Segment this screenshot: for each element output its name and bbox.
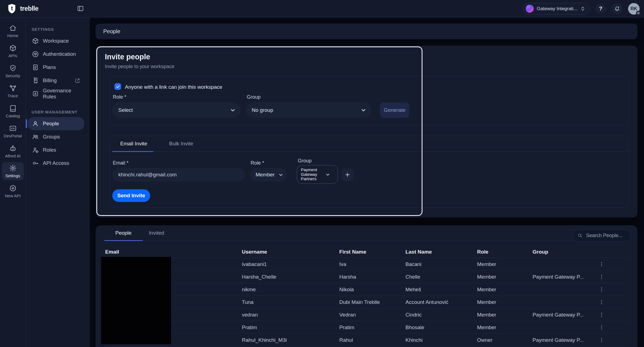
cell-username: Pratim <box>242 324 339 331</box>
cell-last-name: Chelle <box>405 274 477 280</box>
payment-group-select[interactable]: Payment Gateway Partners <box>297 165 338 184</box>
user-avatar[interactable]: RK <box>628 3 640 15</box>
tab-people[interactable]: People <box>115 230 131 236</box>
nav-item-billing[interactable]: Billing <box>28 74 84 87</box>
person-gear-icon <box>32 146 39 154</box>
invite-card-title: Invite people <box>105 53 150 61</box>
workspace-selector-label: Gateway Integrati... <box>537 6 577 12</box>
cell-first-name: Pratim <box>339 324 405 331</box>
cell-username: ivabacani1 <box>242 261 339 267</box>
rail-label: Security <box>5 73 20 78</box>
rail-item-catalog[interactable]: Catalog <box>2 101 24 121</box>
link-invite-panel: Anyone with a link can join this workspa… <box>110 76 629 125</box>
people-list-card: People Invited Email Username First Name… <box>96 225 637 347</box>
help-label: ? <box>599 5 602 12</box>
row-menu-kebab-icon[interactable] <box>598 311 605 319</box>
col-username: Username <box>242 249 339 255</box>
nav-item-authentication[interactable]: Authentication <box>28 48 84 61</box>
cell-last-name: Bacani <box>405 261 477 267</box>
nav-item-workspace[interactable]: Workspace <box>28 34 84 48</box>
topbar-controls: Gateway Integrati... ? <box>523 3 644 15</box>
row-menu-kebab-icon[interactable] <box>598 298 605 306</box>
section-title: SETTINGS <box>32 27 84 32</box>
rail-item-alfred-ai[interactable]: Alfred AI <box>2 141 24 161</box>
cell-role: Member <box>477 324 533 331</box>
table-row: Rahul_Khinchi_M3i Rahul Khinchi Owner Pa… <box>104 334 629 346</box>
people-table: Email Username First Name Last Name Role… <box>104 246 629 346</box>
person-icon <box>32 120 39 127</box>
rail-item-settings[interactable]: Settings <box>2 162 24 180</box>
home-icon <box>9 24 17 32</box>
panel-toggle-icon[interactable] <box>77 5 84 12</box>
shield-check-icon <box>9 64 17 72</box>
nav-item-roles[interactable]: Roles <box>28 143 84 157</box>
up-down-chevron-icon <box>581 6 585 11</box>
fingerprint-icon <box>32 51 39 58</box>
rail-item-devportal[interactable]: DevPortal <box>2 121 24 141</box>
email-input[interactable] <box>112 168 245 182</box>
search-people-input[interactable] <box>586 232 627 239</box>
row-menu-kebab-icon[interactable] <box>598 336 605 344</box>
member-role-select[interactable]: Member <box>250 168 287 182</box>
row-menu-kebab-icon[interactable] <box>598 285 605 294</box>
rail-item-trace[interactable]: Trace <box>2 81 24 101</box>
col-last-name: Last Name <box>405 249 477 255</box>
nav-item-api-access[interactable]: API Access <box>28 157 84 170</box>
table-row: Tuna Dubi Main Treblle Account Antunović… <box>104 296 629 309</box>
nav-item-groups[interactable]: Groups <box>28 130 84 143</box>
table-row: Harsha_Chelle Harsha Chelle Member Payme… <box>104 271 629 283</box>
cell-role: Member <box>477 287 533 293</box>
col-first-name: First Name <box>339 249 405 255</box>
cell-username: Rahul_Khinchi_M3i <box>242 337 339 343</box>
main-content: People Invite people Invite people to yo… <box>89 18 644 347</box>
table-row: ivabacani1 Iva Bacani Member <box>104 258 629 271</box>
link-join-checkbox-label: Anyone with a link can join this workspa… <box>125 84 222 90</box>
group-select[interactable]: No group <box>246 102 371 118</box>
active-tab-underline <box>112 151 153 152</box>
nav-item-governance-rules[interactable]: A Governance Rules <box>28 87 84 100</box>
tab-email-invite[interactable]: Email Invite <box>120 141 147 147</box>
row-menu-kebab-icon[interactable] <box>598 260 605 268</box>
send-invite-button[interactable]: Send Invite <box>112 189 150 202</box>
tab-invited[interactable]: Invited <box>149 230 164 236</box>
rail-label: New API <box>5 193 21 198</box>
people-tabs: People Invited <box>104 225 629 241</box>
nav-label: Groups <box>43 134 60 140</box>
rail-label: Settings <box>5 173 20 178</box>
nav-item-people[interactable]: People <box>28 117 84 130</box>
row-menu-kebab-icon[interactable] <box>598 273 605 281</box>
rail-item-security[interactable]: Security <box>2 61 24 81</box>
rail-item-new-api[interactable]: New API <box>2 181 24 201</box>
notifications-button[interactable] <box>612 3 623 14</box>
row-menu-kebab-icon[interactable] <box>598 323 605 332</box>
help-button[interactable]: ? <box>595 3 606 14</box>
cell-role: Member <box>477 274 533 280</box>
rail-label: Catalog <box>6 113 20 118</box>
trace-graph-icon <box>9 84 17 92</box>
nav-item-plans[interactable]: Plans <box>28 61 84 74</box>
workspace-selector[interactable]: Gateway Integrati... <box>523 3 590 15</box>
add-group-button[interactable] <box>341 168 354 181</box>
rail-item-home[interactable]: Home <box>2 21 24 41</box>
catalog-book-icon <box>9 104 17 112</box>
cell-first-name: Vedran <box>339 312 405 318</box>
tab-bulk-invite[interactable]: Bulk Invite <box>169 141 193 147</box>
nav-label: Workspace <box>43 38 69 44</box>
cell-last-name: Bhosale <box>405 324 477 331</box>
chevron-down-icon <box>231 109 235 112</box>
role-label: Role * <box>251 160 264 166</box>
role-select-value: Select <box>118 107 133 113</box>
people-icon <box>32 133 39 140</box>
avatar-chevron-down-icon <box>636 11 641 15</box>
nav-label: Roles <box>43 147 56 153</box>
role-select[interactable]: Select <box>112 102 241 118</box>
cube-icon <box>32 37 39 45</box>
link-join-checkbox[interactable] <box>114 83 121 90</box>
generate-button[interactable]: Generate <box>380 102 409 118</box>
workspace-gradient-avatar <box>526 5 534 13</box>
cell-username: Tuna <box>242 299 339 305</box>
cell-first-name: Rahul <box>339 337 405 343</box>
rail-item-apis[interactable]: APIs <box>2 41 24 61</box>
search-icon <box>577 233 583 238</box>
robot-icon <box>9 145 17 152</box>
